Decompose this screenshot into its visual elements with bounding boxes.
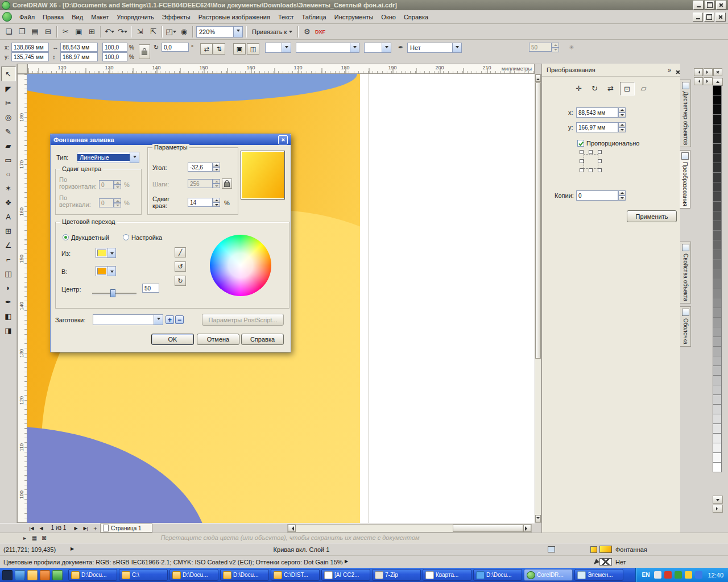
color-swatch[interactable] — [713, 327, 722, 337]
scroll-right-button[interactable] — [523, 525, 531, 532]
tray-update-icon[interactable] — [685, 571, 692, 579]
undo-icon[interactable]: ↶ — [103, 26, 116, 38]
zoom-level-combo[interactable]: 220% — [196, 26, 243, 38]
presets-dropdown-button[interactable] — [154, 315, 163, 325]
docker-nav-left-button[interactable] — [694, 68, 703, 76]
angle-input[interactable]: -32,6 — [188, 163, 213, 172]
color-wheel[interactable] — [210, 235, 271, 296]
horizontal-scroll-thumb[interactable] — [453, 525, 523, 532]
position-transform-icon[interactable]: ✛ — [572, 82, 586, 94]
zoom-tool[interactable]: ◎ — [2, 110, 15, 124]
copies-input[interactable]: 0 — [576, 190, 618, 201]
color-swatch[interactable] — [713, 153, 722, 163]
mdi-close-button[interactable] — [715, 13, 726, 22]
edge-pad-input[interactable]: 14 — [188, 198, 213, 207]
taskbar-button[interactable]: D:\Docu... — [220, 569, 269, 581]
menu-item[interactable]: Текст — [274, 11, 298, 23]
steps-spinner[interactable] — [213, 179, 220, 188]
copy-icon[interactable]: ▣ — [72, 26, 85, 38]
scroll-left-button[interactable] — [288, 525, 296, 532]
color-swatch[interactable] — [713, 414, 722, 424]
y-coordinate-input[interactable]: 135,745 мм — [11, 52, 49, 61]
menu-item[interactable]: Эффекты — [158, 11, 195, 23]
docker-x-input[interactable]: 88,543 мм — [576, 107, 618, 118]
midpoint-input[interactable]: 50 — [142, 284, 159, 293]
taskbar-button[interactable]: D:\Docu... — [68, 569, 117, 581]
docker-tab[interactable]: Преобразования — [680, 150, 690, 209]
text-tool[interactable]: А — [2, 210, 15, 223]
color-swatch[interactable] — [713, 211, 722, 221]
copies-spinner[interactable] — [618, 190, 626, 201]
color-swatch[interactable] — [713, 202, 722, 211]
color-swatch[interactable] — [713, 144, 722, 153]
docker-x-spinner[interactable] — [618, 107, 626, 118]
preset-remove-button[interactable]: − — [175, 315, 184, 324]
mirror-vertical-button[interactable]: ⇅ — [213, 43, 225, 55]
steps-input[interactable]: 256 — [188, 179, 213, 188]
preset-add-button[interactable]: + — [166, 315, 174, 324]
quicklaunch-folder-icon[interactable] — [27, 570, 38, 580]
palette-scroll-up-button[interactable] — [713, 78, 723, 86]
object-height-input[interactable]: 166,97 мм — [60, 52, 98, 61]
color-swatch[interactable] — [713, 366, 722, 376]
application-launcher-icon[interactable]: ◰ — [164, 26, 177, 38]
interactive-fill-tool[interactable]: ◨ — [2, 323, 15, 337]
smart-fill-tool[interactable]: ▰ — [2, 139, 15, 152]
docker-nav-right-button[interactable] — [704, 68, 713, 76]
start-menu-icon[interactable] — [2, 570, 13, 580]
tray-shield-icon[interactable] — [675, 571, 682, 579]
midpoint-slider-thumb[interactable] — [110, 289, 115, 297]
counterclockwise-path-icon[interactable]: ↺ — [175, 261, 186, 272]
to-color-dropdown-button[interactable] — [107, 267, 115, 276]
horizontal-shift-input[interactable]: 0 — [99, 180, 114, 189]
outline-pen-tool[interactable]: ✒ — [2, 295, 15, 309]
outline-width-combo[interactable]: Нет — [407, 43, 462, 53]
palette-flyout-button[interactable] — [713, 505, 723, 513]
pick-tool[interactable]: ↖ — [1, 66, 16, 81]
cancel-button[interactable]: Отмена — [197, 334, 239, 345]
basic-shapes-tool[interactable]: ❖ — [2, 196, 15, 209]
horizontal-shift-spinner[interactable] — [114, 180, 121, 189]
taskbar-button[interactable]: D:\Docu... — [169, 569, 218, 581]
color-swatch[interactable] — [713, 260, 722, 269]
color-swatch[interactable] — [713, 376, 722, 385]
blend-steps-spinner[interactable] — [552, 43, 559, 52]
object-option-icon[interactable]: ▣ — [233, 43, 246, 55]
rotate-transform-icon[interactable]: ↻ — [588, 82, 602, 94]
palette-scroll-down-button[interactable] — [713, 496, 723, 504]
scale-x-input[interactable]: 100,0 — [102, 43, 127, 52]
help-button[interactable]: Справка — [241, 334, 284, 345]
mirror-horizontal-button[interactable]: ⇄ — [200, 43, 213, 55]
shape-tool[interactable]: ◤ — [2, 82, 15, 95]
blend-tool[interactable]: ◫ — [2, 267, 15, 280]
save-icon[interactable]: ▤ — [28, 26, 42, 38]
menu-item[interactable]: Упорядочить — [113, 11, 158, 23]
color-swatch[interactable] — [713, 231, 722, 240]
connector-tool[interactable]: ⌐ — [2, 252, 15, 266]
docker-y-input[interactable]: 166,97 мм — [576, 122, 618, 132]
fill-type-dropdown-button[interactable] — [130, 152, 139, 163]
menu-item[interactable]: Справка — [400, 11, 432, 23]
cut-icon[interactable]: ✂ — [59, 26, 72, 38]
ellipse-tool[interactable]: ○ — [2, 167, 15, 181]
menu-item[interactable]: Инструменты — [330, 11, 378, 23]
coords-expand-icon[interactable]: ▶ — [71, 546, 74, 551]
steps-lock-button[interactable] — [222, 178, 232, 189]
color-swatch[interactable] — [713, 192, 722, 202]
to-color-combo[interactable] — [96, 266, 116, 276]
document-palette-icon[interactable]: ▦ — [30, 534, 39, 542]
import-icon[interactable]: ⇲ — [134, 26, 147, 38]
color-swatch[interactable] — [713, 463, 722, 472]
vertical-shift-spinner[interactable] — [114, 198, 121, 207]
export-icon[interactable]: ⇱ — [147, 26, 160, 38]
snap-to-dropdown[interactable]: Привязать к — [249, 26, 296, 38]
document-info-icon[interactable] — [548, 546, 555, 552]
clockwise-path-icon[interactable]: ↻ — [175, 276, 186, 286]
status-fill-swatch[interactable] — [599, 546, 612, 553]
color-swatch[interactable] — [713, 337, 722, 347]
postscript-options-button[interactable]: Параметры PostScript... — [202, 314, 284, 326]
color-swatch[interactable] — [713, 424, 722, 434]
next-page-button[interactable]: ▶ — [72, 524, 80, 533]
document-palette-flyout-icon[interactable]: ▸ — [20, 534, 29, 542]
taskbar-button[interactable]: Элемен... — [574, 569, 623, 581]
